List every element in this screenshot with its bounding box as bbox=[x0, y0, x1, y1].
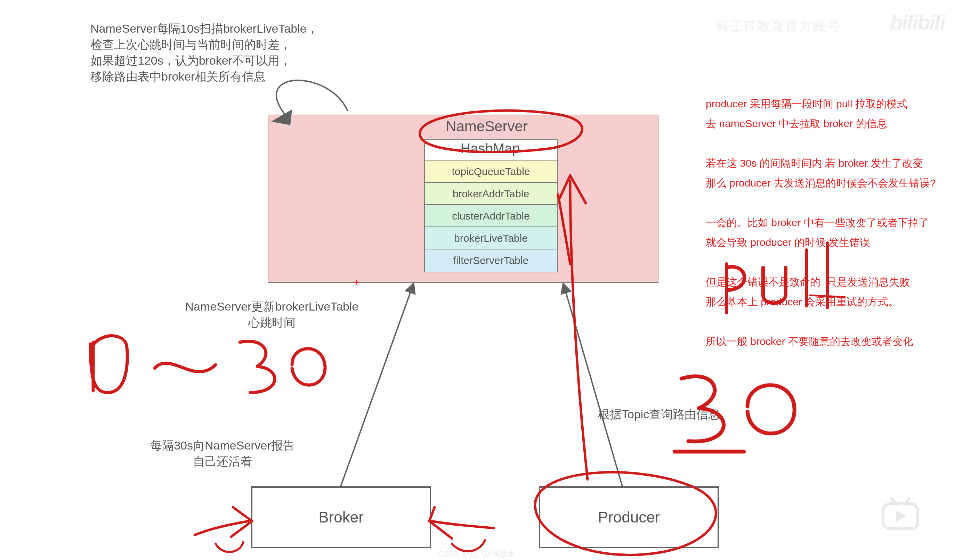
broker-heartbeat-note: 每隔30s向NameServer报告 自己还活着 bbox=[125, 438, 320, 470]
nameserver-scan-note: NameServer每隔10s扫描brokerLiveTable， 检查上次心跳… bbox=[90, 21, 319, 85]
bilibili-play-icon bbox=[880, 497, 921, 532]
hashmap-row-brokeraddr: brokerAddrTable bbox=[424, 182, 558, 206]
topic-query-note: 根据Topic查询路由信息 bbox=[598, 407, 720, 422]
plus-mark: + bbox=[353, 277, 359, 288]
producer-pull-annotation: producer 采用每隔一段时间 pull 拉取的模式 去 nameServe… bbox=[706, 94, 936, 351]
producer-box: Producer bbox=[539, 487, 719, 548]
svg-marker-3 bbox=[896, 511, 907, 522]
hashmap-row-clusteraddr: clusterAddrTable bbox=[424, 204, 558, 228]
watermark-text: 科王IT教育官方账号 bbox=[716, 17, 840, 35]
hashmap-header-label: HashMap bbox=[424, 141, 556, 156]
hashmap-row-filterserver: filterServerTable bbox=[424, 249, 558, 272]
svg-line-6 bbox=[563, 283, 622, 487]
nameserver-title: NameServer bbox=[421, 118, 553, 135]
hashmap-row-brokerlive: brokerLiveTable bbox=[424, 227, 558, 250]
broker-box: Broker bbox=[251, 487, 431, 548]
hashmap-row-topicqueue: topicQueueTable bbox=[424, 160, 558, 183]
csdn-watermark: CSDN @想飞的蛋版鱼 bbox=[438, 549, 516, 559]
bilibili-logo: bilibili bbox=[890, 10, 945, 34]
update-brokerlivetable-note: NameServer更新brokerLiveTable 心跳时间 bbox=[150, 299, 394, 331]
